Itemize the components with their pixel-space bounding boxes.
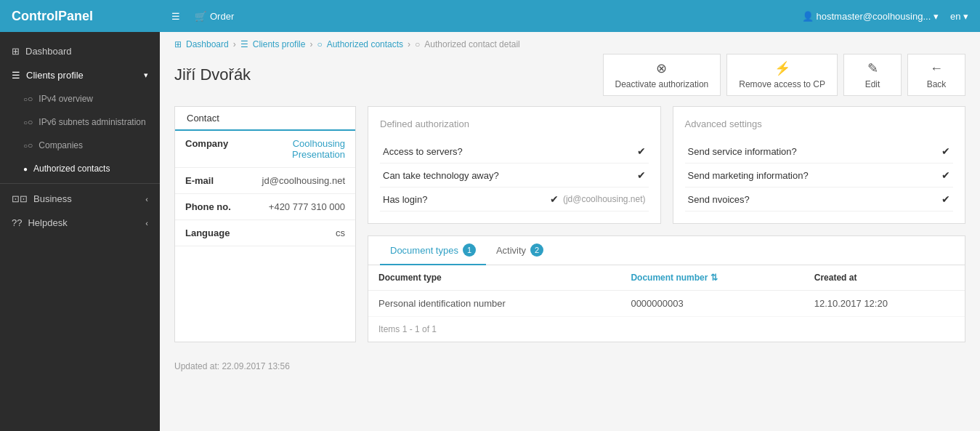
back-icon: ← (930, 61, 943, 76)
remove-access-button[interactable]: ⚡ Remove access to CP (726, 54, 838, 96)
col-doc-type: Document type (368, 265, 620, 291)
user-menu[interactable]: hostmaster@coolhousing... ▾ (802, 11, 939, 22)
business-chevron-icon: ‹ (145, 195, 148, 204)
document-types-panel: Document types 1 Activity 2 Document typ… (368, 235, 965, 342)
action-buttons: ⊗ Deactivate authorization ⚡ Remove acce… (603, 54, 965, 96)
advanced-settings-title: Advanced settings (685, 118, 954, 129)
table-row: Send marketing information? ✔ (685, 164, 954, 188)
sidebar-item-ipv4[interactable]: ○ IPv4 overview (0, 87, 160, 110)
menu-toggle[interactable] (171, 11, 180, 22)
auth-value: ✔ (jd@coolhousing.net) (527, 188, 649, 212)
table-row: Phone no. +420 777 310 000 (175, 194, 355, 220)
sidebar-item-business[interactable]: ⊡ Business ‹ (0, 187, 160, 211)
breadcrumb: ⊞ Dashboard › ☰ Clients profile › ○ Auth… (160, 32, 980, 54)
helpdesk-chevron-icon: ‹ (145, 219, 148, 227)
setting-label: Send marketing information? (685, 164, 926, 188)
back-button[interactable]: ← Back (907, 54, 965, 96)
page-title: Jiří Dvořák (174, 65, 603, 84)
breadcrumb-authorized-contacts[interactable]: Authorized contacts (327, 39, 403, 49)
sidebar-item-ipv6[interactable]: ○ IPv6 subnets administration (0, 110, 160, 134)
breadcrumb-current: Authorized contact detail (424, 39, 519, 49)
sidebar-item-helpdesk[interactable]: ? Helpdesk ‹ (0, 211, 160, 235)
field-value: cs (247, 220, 355, 246)
table-row: Has login? ✔ (jd@coolhousing.net) (380, 188, 649, 212)
advanced-settings-panel: Advanced settings Send service informati… (673, 106, 966, 224)
checkmark-icon: ✔ (941, 169, 950, 181)
activity-badge: 2 (530, 243, 543, 257)
sort-icon: ⇅ (710, 273, 718, 283)
page-header: Jiří Dvořák ⊗ Deactivate authorization ⚡… (160, 54, 980, 106)
sidebar-item-companies[interactable]: ○ Companies (0, 134, 160, 157)
auth-label: Can take technology away? (380, 164, 527, 188)
sidebar-item-dashboard[interactable]: Dashboard (0, 39, 160, 63)
sidebar-item-authorized-contacts[interactable]: ● Authorized contacts (0, 157, 160, 180)
advanced-settings-table: Send service information? ✔ Send marketi… (685, 140, 954, 212)
contact-table: Company Coolhousing Presentation E-mail … (175, 131, 355, 246)
field-value: jd@coolhousing.net (247, 168, 355, 194)
main-content: ⊞ Dashboard › ☰ Clients profile › ○ Auth… (160, 32, 980, 431)
cart-icon (195, 11, 206, 22)
checkmark-icon: ✔ (941, 145, 950, 157)
auth-value: ✔ (527, 164, 649, 188)
defined-auth-panel: Defined authorization Access to servers?… (368, 106, 661, 224)
login-note: (jd@coolhousing.net) (563, 194, 646, 204)
company-link[interactable]: Coolhousing Presentation (292, 138, 345, 160)
ipv4-icon: ○ (23, 94, 33, 104)
breadcrumb-auth-icon2: ○ (415, 39, 420, 49)
table-row: Language cs (175, 220, 355, 246)
help-icon: ? (12, 217, 22, 228)
defined-auth-title: Defined authorization (380, 118, 649, 129)
checkmark-icon: ✔ (637, 169, 646, 181)
edit-button[interactable]: ✎ Edit (843, 54, 902, 96)
auth-label: Access to servers? (380, 140, 527, 164)
created-at-cell: 12.10.2017 12:20 (804, 291, 965, 317)
companies-icon: ○ (23, 140, 33, 150)
doc-type-cell: Personal identification number (368, 291, 620, 317)
field-label: Company (175, 131, 247, 168)
deactivate-button[interactable]: ⊗ Deactivate authorization (603, 54, 721, 96)
setting-value: ✔ (926, 140, 953, 164)
breadcrumb-clients[interactable]: Clients profile (253, 39, 306, 49)
setting-value: ✔ (926, 188, 953, 212)
app-logo: ControlPanel (12, 9, 171, 24)
right-panels: Defined authorization Access to servers?… (368, 106, 965, 342)
menu-icon (171, 11, 180, 22)
ipv6-icon: ○ (23, 117, 33, 127)
auth-icon: ● (23, 165, 28, 173)
items-count: Items 1 - 1 of 1 (368, 317, 965, 342)
table-row: Send nvoices? ✔ (685, 188, 954, 212)
user-icon (802, 11, 814, 22)
order-link[interactable]: Order (195, 11, 234, 22)
table-row: Company Coolhousing Presentation (175, 131, 355, 168)
defined-auth-table: Access to servers? ✔ Can take technology… (380, 140, 649, 212)
panels-row: Defined authorization Access to servers?… (368, 106, 965, 224)
deactivate-icon: ⊗ (656, 60, 667, 76)
document-types-badge: 1 (463, 243, 476, 257)
table-row: Personal identification number 000000000… (368, 291, 965, 317)
breadcrumb-dashboard[interactable]: Dashboard (186, 39, 229, 49)
updated-at: Updated at: 22.09.2017 13:56 (174, 361, 290, 371)
chevron-down-icon: ▾ (144, 71, 148, 80)
documents-table: Document type Document number ⇅ Created … (368, 265, 965, 317)
top-nav: ControlPanel Order hostmaster@coolhousin… (0, 0, 980, 32)
clients-icon (12, 70, 20, 81)
document-types-tab[interactable]: Document types 1 (380, 236, 486, 265)
col-created-at: Created at (804, 265, 965, 291)
contact-tab[interactable]: Contact (175, 107, 231, 131)
table-row: Can take technology away? ✔ (380, 164, 649, 188)
field-label: E-mail (175, 168, 247, 194)
card-tabs: Contact (175, 107, 355, 131)
col-doc-number[interactable]: Document number ⇅ (620, 265, 803, 291)
breadcrumb-clients-icon: ☰ (240, 39, 248, 49)
field-value: +420 777 310 000 (247, 194, 355, 220)
checkmark-icon: ✔ (637, 145, 646, 157)
remove-icon: ⚡ (774, 60, 790, 76)
activity-tab[interactable]: Activity 2 (486, 236, 554, 265)
sidebar-item-clients-profile[interactable]: Clients profile ▾ (0, 63, 160, 87)
dashboard-icon-breadcrumb: ⊞ (174, 39, 182, 49)
lang-chevron-icon: ▾ (963, 11, 968, 22)
checkmark-icon: ✔ (941, 193, 950, 205)
language-selector[interactable]: en ▾ (950, 11, 968, 22)
breadcrumb-sep-1: › (233, 39, 236, 49)
business-icon: ⊡ (12, 193, 28, 204)
